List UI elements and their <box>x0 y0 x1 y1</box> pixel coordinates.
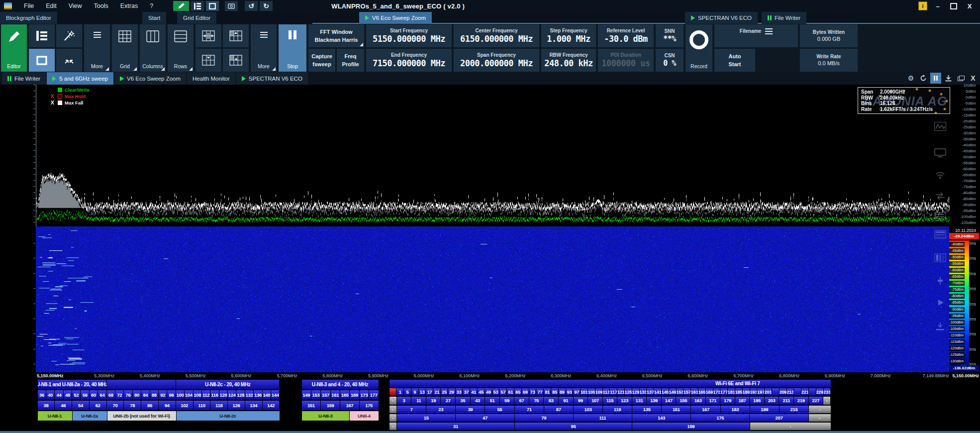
legend-close-icon[interactable]: X <box>50 94 55 99</box>
editor-button[interactable]: Editor <box>1 24 27 72</box>
display-icon[interactable] <box>934 148 947 159</box>
rbw-frequency-field[interactable]: RBW Frequency 248.00 kHz <box>541 49 596 72</box>
record-icon <box>689 30 708 49</box>
stop-button[interactable]: Stop <box>279 24 306 72</box>
waterfall-icon[interactable] <box>934 230 947 241</box>
trace-icon[interactable] <box>934 122 947 133</box>
pause-view-icon[interactable] <box>930 73 941 84</box>
channel-cell: 159 <box>632 423 749 430</box>
minimize-button[interactable]: – <box>932 1 943 10</box>
auto-start-button[interactable]: Auto Start <box>714 49 755 72</box>
filename-field[interactable]: Filename <box>714 24 798 47</box>
freq-profile-button[interactable]: Freq Profile <box>337 49 364 72</box>
details-icon[interactable] <box>934 212 947 223</box>
channel-cell: 169 <box>706 388 713 396</box>
legend-item-max-fall[interactable]: XMax Fall <box>50 100 90 106</box>
waterfall-plot[interactable] <box>36 226 949 372</box>
layout-frame-button[interactable] <box>206 1 219 11</box>
channel-cell: 86 <box>141 401 158 410</box>
rows-button[interactable]: Rows <box>168 24 194 72</box>
close-button[interactable]: X <box>964 1 975 10</box>
view-tab-v6-eco-sweep-zoom[interactable]: V6 Eco Sweep Zoom <box>114 72 186 85</box>
step-frequency-field[interactable]: Step Frequency 1.000 MHz <box>541 24 596 47</box>
start-frequency-field[interactable]: Start Frequency 5150.000000 MHz <box>366 24 452 47</box>
info-button[interactable]: i <box>918 1 927 10</box>
menu-help[interactable]: ? <box>144 0 159 12</box>
doc-tab-v6-eco-sweep-zoom[interactable]: V6 Eco Sweep Zoom <box>359 12 432 24</box>
menu-file[interactable]: File <box>18 0 40 12</box>
colormap-icon[interactable] <box>934 253 947 264</box>
play-icon[interactable] <box>934 298 947 309</box>
view-tab-spectran-v6-eco[interactable]: SPECTRAN V6 ECO <box>236 72 308 85</box>
export-icon[interactable] <box>934 322 947 333</box>
close-view-icon[interactable]: X <box>968 73 979 84</box>
poi-duration-field[interactable]: POI Duration 1000000 us <box>598 49 654 72</box>
screenshot-button[interactable] <box>225 1 238 11</box>
legend-item-max-hold[interactable]: XMax Hold <box>50 93 90 100</box>
maximize-button[interactable] <box>948 1 959 10</box>
layout-list-button[interactable] <box>191 1 204 11</box>
menu-edit[interactable]: Edit <box>40 0 63 12</box>
more-right-button[interactable]: More <box>251 24 277 72</box>
pencil-icon <box>7 30 20 43</box>
filename-menu-icon[interactable] <box>765 27 773 36</box>
legend-item-clear-write[interactable]: Clear/Write <box>50 87 90 93</box>
magic-wand-tool[interactable] <box>56 24 82 47</box>
layers-icon[interactable] <box>955 73 966 84</box>
insert-row-above-tool[interactable] <box>223 24 249 47</box>
insert-column-right-tool[interactable] <box>223 49 249 72</box>
fft-window-select[interactable]: FFT Window Blackman Harris <box>308 24 364 47</box>
channel-cell: 44 <box>55 390 63 400</box>
hamburger-icon <box>94 30 101 39</box>
reference-level-field[interactable]: Reference Level -30.0 dBm <box>598 24 654 47</box>
view-tab-5-and-6ghz-sweep[interactable]: 5 and 6GHz sweep <box>47 72 113 85</box>
csn-field[interactable]: CSN 0 % <box>656 49 684 72</box>
channel-cell: 9 <box>411 388 418 396</box>
insert-row-below-tool[interactable] <box>196 49 221 72</box>
download-icon[interactable] <box>943 73 954 84</box>
capture-select[interactable]: Capture fsweep <box>308 49 335 72</box>
menu-view[interactable]: View <box>63 0 88 12</box>
channel-cell: 1 <box>396 388 403 396</box>
grid-button[interactable]: Grid <box>112 24 138 72</box>
write-stats-column: Bytes Written 0.000 GB Write Rate 0.0 MB… <box>800 24 858 72</box>
collapse-tool[interactable] <box>56 49 82 72</box>
spectrum-plot[interactable] <box>36 85 950 226</box>
settings-gear-icon[interactable]: ⚙ <box>905 73 916 84</box>
record-button[interactable]: Record <box>686 24 712 72</box>
refresh-icon[interactable] <box>918 73 929 84</box>
more-left-button[interactable]: More <box>84 24 110 72</box>
wifi-icon[interactable] <box>934 170 947 181</box>
block-list-tool[interactable] <box>29 24 55 47</box>
doc-tab-grid-editor[interactable]: Grid Editor <box>177 12 216 24</box>
channel-cell: 215 <box>780 406 808 413</box>
doc-tab-blockgraph-editor[interactable]: Blockgraph Editor <box>0 12 57 24</box>
snn-field[interactable]: SNN **% <box>656 24 684 47</box>
menu-tools[interactable]: Tools <box>88 0 114 12</box>
doc-tab-spectran-v6-eco[interactable]: SPECTRAN V6 ECO <box>685 12 758 24</box>
channel-row: 1591317212529333741454953576165697377818… <box>389 388 831 396</box>
redo-button[interactable]: ↻ <box>260 1 273 11</box>
center-frequency-field[interactable]: Center Frequency 6150.000000 MHz <box>454 24 539 47</box>
channel-cell: 92 <box>159 390 167 400</box>
legend-close-icon[interactable]: X <box>50 100 55 106</box>
view-tab-file-writer[interactable]: File Writer <box>2 72 46 85</box>
span-frequency-field[interactable]: Span Frequency 2000.000000 MHz <box>454 49 539 72</box>
edit-pencil-button[interactable] <box>173 1 189 11</box>
columns-button[interactable]: Columns <box>140 24 166 72</box>
insert-column-left-tool[interactable] <box>196 24 221 47</box>
wifi5-high-channel-table: U-NII-3 and 4 - 20, 40 MHz14915315716116… <box>301 380 379 422</box>
end-frequency-field[interactable]: End Frequency 7150.000000 MHz <box>366 49 452 72</box>
select-frame-tool[interactable] <box>29 49 55 72</box>
freq-axis-label: 6,200MHz <box>505 373 525 378</box>
menu-extras[interactable]: Extras <box>114 0 144 12</box>
doc-tab-file-writer[interactable]: File Writer <box>762 12 806 24</box>
view-tab-health-monitor[interactable]: Health Monitor <box>187 72 235 85</box>
axis-tick <box>33 258 35 258</box>
undo-button[interactable]: ↺ <box>245 1 258 11</box>
pause-icon <box>768 15 772 20</box>
slider-icon[interactable] <box>934 276 947 287</box>
doc-tab-start[interactable]: Start <box>142 12 166 24</box>
channel-cell: 55 <box>485 406 514 413</box>
swap-axes-icon[interactable] <box>934 192 947 203</box>
